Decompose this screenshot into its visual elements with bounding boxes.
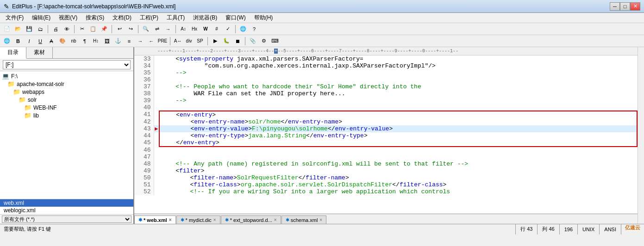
stop-btn[interactable]: ⏹: [232, 37, 243, 46]
color-btn[interactable]: 🎨: [57, 37, 68, 46]
sp-btn[interactable]: SP: [195, 37, 205, 46]
linenum-btn[interactable]: #: [212, 25, 222, 34]
menu-item[interactable]: 帮助(H): [250, 13, 277, 23]
find-btn[interactable]: 🔍: [141, 25, 151, 34]
bold-btn[interactable]: B: [13, 37, 23, 46]
sep8: [207, 37, 208, 45]
img-btn[interactable]: 🖼: [102, 37, 112, 46]
align-btn[interactable]: A↔: [173, 37, 183, 46]
copy-btn[interactable]: 📋: [88, 25, 98, 34]
replace-btn[interactable]: ⇌: [152, 25, 162, 34]
code-view[interactable]: 33 <system-property javax.xml.parsers.SA…: [134, 55, 638, 214]
tab-close-btn[interactable]: ×: [213, 217, 216, 222]
filter-select[interactable]: 所有文件 (*.*): [2, 215, 131, 223]
line-number: 40: [134, 104, 154, 111]
print-btn[interactable]: 🖨: [50, 25, 61, 34]
cut-btn[interactable]: ✂: [77, 25, 87, 34]
sidebar-tab-materials[interactable]: 素材: [26, 47, 53, 58]
editor-tab[interactable]: ✱* ext_stopword.d...×: [221, 215, 281, 224]
tree-item-webinf[interactable]: 📁 WEB-INF: [0, 104, 133, 111]
minimize-button[interactable]: ─: [610, 2, 620, 11]
sep3: [112, 25, 112, 33]
list-btn[interactable]: ≡: [124, 37, 134, 46]
goto-btn[interactable]: →: [163, 25, 173, 34]
save-all-btn[interactable]: 🗂: [35, 25, 45, 34]
line-arrow: [154, 174, 159, 181]
tree-item-webapps[interactable]: 📁 webapps: [0, 88, 133, 96]
browser-btn[interactable]: 🌐: [238, 25, 248, 34]
close-button[interactable]: ✕: [630, 2, 640, 11]
heading-btn[interactable]: H↕: [91, 37, 101, 46]
check-btn[interactable]: ✓: [223, 25, 233, 34]
line-code: <filter-class>org.apache.solr.servlet.So…: [159, 181, 637, 188]
nb-btn[interactable]: nb: [69, 37, 79, 46]
world-btn[interactable]: 🌐: [2, 37, 12, 46]
tree-item-lib[interactable]: 📁 lib: [0, 111, 133, 119]
tree-item-f-root[interactable]: 💻 F:\: [0, 72, 133, 80]
file-item-weblogic[interactable]: weblogic.xml: [0, 207, 133, 214]
tab-label: schema.xml: [291, 217, 318, 223]
debug-btn[interactable]: 🐛: [221, 37, 231, 46]
div-btn[interactable]: div: [184, 37, 194, 46]
run-btn[interactable]: ▶: [210, 37, 220, 46]
line-code: <!-- People who want to hardcode their "…: [159, 83, 637, 90]
menu-item[interactable]: 工程(P): [136, 13, 162, 23]
help-btn[interactable]: ?: [249, 25, 259, 34]
menu-item[interactable]: 编辑(E): [28, 13, 54, 23]
table-row: 47: [134, 154, 637, 160]
para-btn[interactable]: ¶: [80, 37, 90, 46]
undo-btn[interactable]: ↩: [114, 25, 125, 34]
file-item-webxml[interactable]: web.xml: [0, 199, 133, 207]
tab-close-btn[interactable]: ×: [319, 217, 322, 222]
tab-icon: ✱: [286, 217, 289, 222]
kbd-btn[interactable]: ⌨: [270, 37, 280, 46]
file-filter: 所有文件 (*.*): [0, 214, 133, 224]
menu-item[interactable]: 窗口(W): [222, 13, 249, 23]
table-row: 50 <filter-name>SolrRequestFilter</filte…: [134, 174, 637, 181]
link-btn[interactable]: ⚓: [113, 37, 123, 46]
line-arrow: ▶: [154, 125, 159, 132]
tree-label: F:\: [11, 73, 18, 80]
line-arrow: [154, 83, 159, 90]
menu-item[interactable]: 文档(D): [109, 13, 135, 23]
menu-item[interactable]: 搜索(S): [82, 13, 108, 23]
clip-btn[interactable]: 📎: [248, 37, 258, 46]
new-btn[interactable]: 📄: [2, 25, 12, 34]
menu-item[interactable]: 工具(T): [163, 13, 188, 23]
status-bar: 需要帮助, 请按 F1 键 行 43 列 46 196 UNIX ANSI 亿速…: [0, 224, 644, 234]
editor-tab[interactable]: ✱* mydict.dic×: [176, 215, 220, 224]
redo-btn[interactable]: ↪: [125, 25, 136, 34]
scrollbar-right[interactable]: [638, 47, 644, 224]
preview-btn[interactable]: 👁: [62, 25, 72, 34]
wrap-btn[interactable]: W: [200, 25, 211, 34]
sep1: [48, 25, 48, 33]
tree-item-apache[interactable]: 📁 apache-tomcat-solr: [0, 80, 133, 88]
editor-tab[interactable]: ✱schema.xml×: [281, 215, 327, 224]
paste-btn[interactable]: 📌: [99, 25, 109, 34]
status-logo: 亿速云: [621, 224, 644, 234]
save-btn[interactable]: 💾: [24, 25, 34, 34]
open-btn[interactable]: 📂: [13, 25, 23, 34]
tree-item-solr[interactable]: 📁 solr: [0, 96, 133, 104]
sep6: [235, 25, 236, 33]
outdent-btn[interactable]: ←: [146, 37, 156, 46]
font-btn[interactable]: Hx: [189, 25, 200, 34]
menu-item[interactable]: 文件(F): [2, 13, 27, 23]
indent-btn[interactable]: →: [135, 37, 145, 46]
tab-close-btn[interactable]: ×: [274, 217, 277, 222]
underline-btn[interactable]: U: [35, 37, 45, 46]
table-row: 45 </env-entry>: [134, 139, 637, 147]
drive-select[interactable]: [F:]: [3, 60, 131, 69]
sidebar-tab-directory[interactable]: 目录: [0, 47, 26, 59]
pre-btn[interactable]: PRE: [157, 37, 168, 46]
font-size-btn[interactable]: A↕: [178, 25, 188, 34]
tab-label: * mydict.dic: [186, 217, 212, 223]
macro-btn[interactable]: ⚙: [259, 37, 269, 46]
maximize-button[interactable]: □: [620, 2, 630, 11]
strikethrough-btn[interactable]: A: [46, 37, 56, 46]
menu-item[interactable]: 视图(V): [55, 13, 81, 23]
tab-close-btn[interactable]: ×: [169, 217, 172, 222]
italic-btn[interactable]: I: [24, 37, 34, 46]
menu-item[interactable]: 浏览器(B): [189, 13, 221, 23]
editor-tab[interactable]: ✱* web.xml×: [134, 215, 176, 224]
